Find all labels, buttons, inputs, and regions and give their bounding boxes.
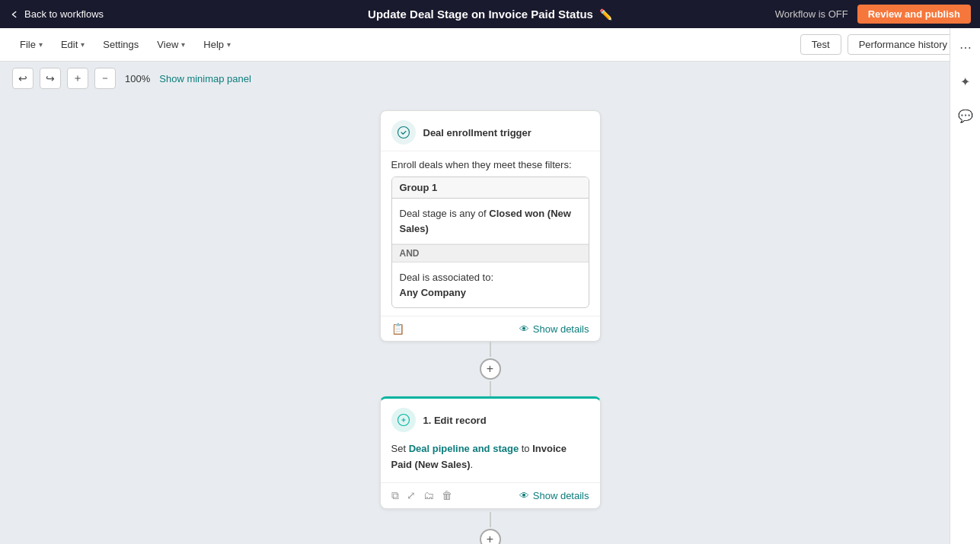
- action-link[interactable]: Deal pipeline and stage: [409, 443, 519, 454]
- sparkle-icon[interactable]: ✦: [957, 72, 973, 92]
- show-minimap-button[interactable]: Show minimap panel: [159, 73, 251, 84]
- view-menu[interactable]: View ▾: [149, 36, 193, 53]
- file-chevron: ▾: [39, 40, 43, 49]
- action-show-details-button[interactable]: 👁 Show details: [519, 490, 589, 501]
- chat-icon[interactable]: 💬: [955, 106, 976, 126]
- trigger-name: Deal enrollment trigger: [423, 127, 531, 138]
- group-box: Group 1 Deal stage is any of Closed won …: [391, 177, 589, 308]
- grid-icon[interactable]: ⋯: [956, 37, 975, 58]
- delete-action-icon[interactable]: 🗑: [442, 489, 452, 501]
- zoom-in-button[interactable]: ＋: [67, 68, 88, 89]
- undo-button[interactable]: ↩: [12, 68, 34, 89]
- help-chevron: ▾: [227, 40, 231, 49]
- connector-line-2: [490, 512, 491, 527]
- redo-button[interactable]: ↪: [40, 68, 61, 89]
- workflow-title-area: Update Deal Stage on Invoice Paid Status…: [368, 8, 612, 21]
- edit-record-icon: [397, 413, 410, 427]
- help-menu[interactable]: Help ▾: [196, 36, 238, 53]
- add-step-button-2[interactable]: +: [480, 529, 501, 544]
- zoom-level: 100%: [125, 73, 150, 84]
- action-set-text: Set: [391, 443, 409, 454]
- back-arrow-icon: [9, 9, 20, 20]
- trigger-icon-container: [391, 120, 416, 145]
- trigger-header: Deal enrollment trigger: [381, 111, 600, 151]
- eye-icon: 👁: [519, 323, 529, 335]
- second-nav: File ▾ Edit ▾ Settings View ▾ Help ▾ Tes…: [0, 28, 980, 62]
- enroll-text: Enroll deals when they meet these filter…: [391, 159, 589, 170]
- action-name: 1. Edit record: [423, 415, 487, 426]
- workflow-canvas: Deal enrollment trigger Enroll deals whe…: [0, 95, 980, 544]
- copy-action-icon[interactable]: ⧉: [391, 489, 399, 502]
- workflow-status: Workflow is OFF: [775, 8, 848, 20]
- action-end-text: .: [471, 459, 474, 470]
- action-eye-icon: 👁: [519, 490, 529, 501]
- condition-row-1: Deal stage is any of Closed won (New Sal…: [392, 199, 589, 244]
- condition-row-2: Deal is associated to: Any Company: [392, 262, 589, 307]
- action-card: 1. Edit record Set Deal pipeline and sta…: [380, 396, 601, 509]
- test-button[interactable]: Test: [800, 34, 841, 55]
- connector-2: +: [480, 512, 501, 544]
- action-icon-container: [391, 408, 416, 432]
- workflow-title: Update Deal Stage on Invoice Paid Status: [368, 8, 593, 21]
- trigger-footer: 📋 👁 Show details: [381, 316, 600, 341]
- action-middle-text: to: [519, 443, 532, 454]
- svg-point-0: [397, 127, 409, 138]
- action-footer-icons: ⧉ ⤢ 🗂 🗑: [391, 489, 452, 502]
- copy-trigger-icon[interactable]: 📋: [391, 323, 404, 335]
- back-link-label: Back to workflows: [24, 8, 104, 20]
- top-nav: Back to workflows Update Deal Stage on I…: [0, 0, 980, 28]
- clone-action-icon[interactable]: 🗂: [423, 489, 434, 501]
- edit-title-icon[interactable]: ✏️: [599, 8, 612, 21]
- top-nav-right: Workflow is OFF Review and publish: [775, 5, 971, 24]
- view-chevron: ▾: [181, 40, 185, 49]
- condition1-middle: is any of: [447, 208, 490, 219]
- trigger-show-details-button[interactable]: 👁 Show details: [519, 323, 589, 335]
- trigger-card: Deal enrollment trigger Enroll deals whe…: [380, 110, 601, 342]
- right-sidebar: ⋯ ✦ 💬: [950, 28, 980, 544]
- settings-menu[interactable]: Settings: [95, 36, 146, 53]
- connector-line-1: [490, 342, 491, 357]
- back-to-workflows[interactable]: Back to workflows: [9, 8, 104, 20]
- zoom-out-button[interactable]: －: [94, 68, 116, 89]
- action-body: Set Deal pipeline and stage to Invoice P…: [381, 438, 600, 482]
- toolbar: ↩ ↪ ＋ － 100% Show minimap panel: [0, 62, 980, 95]
- condition1-text: Deal stage: [400, 208, 447, 219]
- deal-enrollment-icon: [397, 126, 410, 139]
- action-header: 1. Edit record: [381, 399, 600, 438]
- nav-right-buttons: Test Performance history ▾: [800, 34, 968, 55]
- condition2-text: Deal is associated to:: [400, 270, 581, 285]
- connector-1: +: [480, 342, 501, 396]
- action-footer: ⧉ ⤢ 🗂 🗑 👁 Show details: [381, 482, 600, 508]
- trigger-body: Enroll deals when they meet these filter…: [381, 151, 600, 316]
- and-divider: AND: [392, 244, 589, 262]
- condition2-bold: Any Company: [400, 285, 581, 301]
- connector-line-1b: [490, 381, 491, 396]
- move-action-icon[interactable]: ⤢: [407, 489, 416, 501]
- group-header: Group 1: [392, 177, 589, 199]
- edit-chevron: ▾: [81, 40, 85, 49]
- review-publish-button[interactable]: Review and publish: [857, 5, 971, 24]
- add-step-button-1[interactable]: +: [480, 358, 501, 380]
- menu-bar: File ▾ Edit ▾ Settings View ▾ Help ▾: [12, 36, 238, 53]
- workflow-column: Deal enrollment trigger Enroll deals whe…: [376, 110, 605, 544]
- edit-menu[interactable]: Edit ▾: [53, 36, 92, 53]
- file-menu[interactable]: File ▾: [12, 36, 50, 53]
